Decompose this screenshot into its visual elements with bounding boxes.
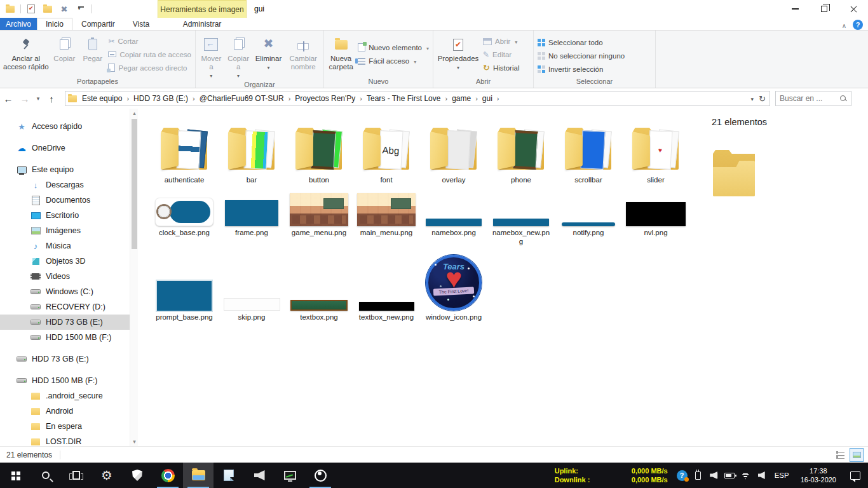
close-button[interactable] — [839, 0, 868, 18]
taskbar-app-button[interactable] — [214, 463, 244, 488]
tab-share[interactable]: Compartir — [72, 18, 124, 30]
qat-properties-button[interactable] — [25, 3, 37, 15]
forward-button[interactable]: → — [17, 91, 33, 106]
sidebar-item[interactable]: Objetos 3D — [0, 254, 130, 269]
taskbar-app-button[interactable] — [183, 463, 214, 488]
sidebar-item[interactable]: Android — [0, 403, 130, 419]
history-button[interactable]: Historial — [483, 62, 519, 74]
file-item[interactable]: Tears The First Love! window_icon.png — [420, 252, 487, 322]
new-folder-button[interactable]: Nueva carpeta — [327, 32, 355, 71]
sidebar-scrollbar[interactable] — [130, 109, 138, 446]
taskbar-app-button[interactable] — [0, 463, 31, 488]
copy-button[interactable]: Copiar — [51, 32, 78, 63]
sidebar-item[interactable]: HDD 1500 MB (F:) — [0, 330, 130, 345]
tray-icon[interactable] — [722, 463, 738, 488]
sidebar-item[interactable]: Este equipo — [0, 162, 130, 177]
tray-icon[interactable] — [706, 463, 722, 488]
recent-locations-button[interactable]: ▾ — [33, 91, 43, 106]
file-item[interactable]: textbox_new.png — [353, 252, 420, 322]
sidebar-item[interactable]: .android_secure — [0, 388, 130, 403]
file-item[interactable]: textbox.png — [285, 252, 353, 322]
delete-button[interactable]: Eliminar — [252, 32, 284, 72]
thumbnail-view-button[interactable] — [850, 449, 863, 461]
tab-file[interactable]: Archivo — [0, 18, 37, 30]
minimize-button[interactable] — [780, 0, 810, 18]
file-item[interactable]: notify.png — [555, 187, 622, 246]
back-button[interactable]: ← — [0, 91, 17, 106]
up-button[interactable]: ↑ — [43, 91, 60, 106]
new-item-button[interactable]: Nuevo elemento — [358, 41, 429, 53]
tab-view[interactable]: Vista — [124, 18, 158, 30]
open-button[interactable]: Abrir — [483, 35, 519, 47]
sidebar-item[interactable]: Windows (C:) — [0, 284, 130, 299]
copy-path-button[interactable]: Copiar ruta de acceso — [108, 48, 191, 60]
language-indicator[interactable]: ESP — [770, 463, 794, 488]
address-dropdown-icon[interactable] — [751, 94, 754, 103]
folder-item[interactable]: phone — [487, 118, 555, 184]
tab-manage[interactable]: Administrar — [158, 18, 247, 30]
file-item[interactable]: namebox_new.png — [487, 187, 555, 246]
sidebar-item[interactable]: HDD 73 GB (E:) — [0, 351, 130, 367]
sidebar-item[interactable]: Música — [0, 238, 130, 254]
taskbar-app-button[interactable] — [153, 463, 183, 488]
taskbar-app-button[interactable] — [92, 463, 122, 488]
edit-button[interactable]: Editar — [483, 48, 519, 60]
move-to-button[interactable]: Mover a — [198, 32, 224, 80]
file-item[interactable]: frame.png — [218, 187, 285, 246]
sidebar-item[interactable]: HDD 73 GB (E:) — [0, 315, 130, 330]
refresh-icon[interactable] — [759, 94, 766, 104]
file-item[interactable]: nvl.png — [622, 187, 689, 246]
tray-icon[interactable] — [754, 463, 770, 488]
breadcrumb-item[interactable]: HDD 73 GB (E:) — [132, 94, 189, 103]
file-item[interactable]: clock_base.png — [151, 187, 218, 246]
folder-item[interactable]: Abg font — [353, 118, 420, 184]
search-box[interactable] — [775, 91, 851, 106]
breadcrumb-item[interactable]: gui — [481, 94, 494, 103]
sidebar-item[interactable]: Descargas — [0, 177, 130, 193]
cut-button[interactable]: Cortar — [108, 35, 191, 47]
file-item[interactable]: prompt_base.png — [151, 252, 218, 322]
folder-item[interactable]: scrollbar — [555, 118, 622, 184]
scroll-down-icon[interactable] — [130, 437, 139, 446]
easy-access-button[interactable]: Fácil acceso — [358, 55, 429, 67]
sidebar-item[interactable]: RECOVERY (D:) — [0, 299, 130, 315]
file-item[interactable]: namebox.png — [420, 187, 487, 246]
collapse-ribbon-icon[interactable] — [842, 19, 846, 30]
tray-icon[interactable] — [674, 463, 690, 488]
clock[interactable]: 17:38 16-03-2020 — [794, 463, 843, 488]
sidebar-item[interactable]: Acceso rápido — [0, 119, 130, 134]
tab-home[interactable]: Inicio — [37, 18, 72, 30]
breadcrumb-item[interactable]: Proyectos Ren'Py — [294, 94, 356, 103]
details-view-button[interactable] — [834, 449, 846, 461]
sidebar-item[interactable]: Videos — [0, 269, 130, 284]
tray-icon[interactable] — [738, 463, 754, 488]
properties-button[interactable]: Propiedades — [436, 32, 480, 72]
sidebar-item[interactable]: Documentos — [0, 193, 130, 208]
file-item[interactable]: game_menu.png — [285, 187, 353, 246]
taskbar-app-button[interactable] — [122, 463, 153, 488]
folder-item[interactable]: overlay — [420, 118, 487, 184]
pin-to-quick-access-button[interactable]: Anclar al acceso rápido — [3, 32, 50, 71]
taskbar-app-button[interactable] — [61, 463, 92, 488]
file-item[interactable]: main_menu.png — [353, 187, 420, 246]
taskbar-app-button[interactable] — [31, 463, 61, 488]
qat-delete-button[interactable] — [58, 3, 71, 15]
scroll-up-icon[interactable] — [130, 109, 139, 118]
copy-to-button[interactable]: Copiar a — [226, 32, 252, 80]
sidebar-item[interactable]: LOST.DIR — [0, 434, 130, 446]
help-icon[interactable]: ? — [853, 20, 863, 30]
sidebar-item[interactable]: Imágenes — [0, 223, 130, 238]
folder-item[interactable]: authenticate — [151, 118, 218, 184]
address-bar[interactable]: Este equipoHDD 73 GB (E:)@CharlieFuu69 O… — [65, 91, 770, 106]
folder-item[interactable]: bar — [218, 118, 285, 184]
qat-new-folder-button[interactable] — [41, 3, 54, 15]
taskbar-app-button[interactable] — [305, 463, 336, 488]
breadcrumb-item[interactable]: game — [451, 94, 472, 103]
taskbar-app-button[interactable] — [275, 463, 305, 488]
select-all-button[interactable]: Seleccionar todo — [538, 36, 625, 48]
sidebar-item[interactable]: Escritorio — [0, 208, 130, 223]
sidebar-item[interactable]: HDD 1500 MB (F:) — [0, 373, 130, 388]
folder-item[interactable]: button — [285, 118, 353, 184]
sidebar-item[interactable]: En espera — [0, 419, 130, 434]
invert-selection-button[interactable]: Invertir selección — [538, 63, 625, 75]
